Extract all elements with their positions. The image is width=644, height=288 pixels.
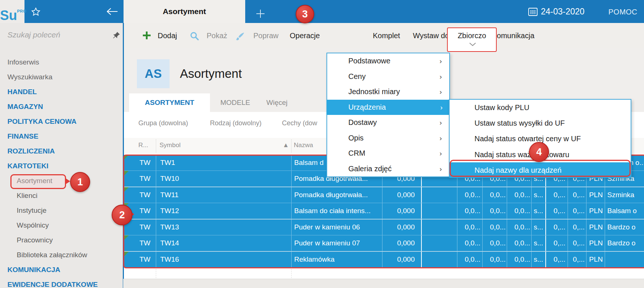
- top-bar: SuPRO Asortyment 24-03-2020 POMOC: [0, 0, 644, 23]
- sidebar-section-finanse[interactable]: FINANSE: [0, 129, 123, 144]
- help-menu[interactable]: POMOC: [608, 8, 637, 16]
- sidebar-item-biblioteka[interactable]: Biblioteka załączników: [0, 248, 123, 262]
- sidebar-item-infoserwis[interactable]: Infoserwis: [0, 55, 123, 70]
- menu-item-galeria-zdjec[interactable]: Galeria zdjęć›: [327, 161, 449, 177]
- menu-item-ceny[interactable]: Ceny›: [327, 69, 449, 85]
- submenu-item-ustaw-kody-plu[interactable]: Ustaw kody PLU: [450, 100, 631, 115]
- row-selected-marker: [124, 187, 129, 192]
- annotation-badge-1: 1: [70, 172, 90, 192]
- sidebar-item-wyszukiwarka[interactable]: Wyszukiwarka: [0, 70, 123, 85]
- sidebar-nav: Infoserwis Wyszukiwarka HANDEL MAGAZYN P…: [0, 55, 123, 288]
- sidebar-section-polityka-cenowa[interactable]: POLITYKA CENOWA: [0, 114, 123, 129]
- communication-menu[interactable]: Komunikacja: [492, 32, 535, 40]
- submenu-arrow-icon: ›: [440, 53, 442, 69]
- annotation-pointer: [66, 178, 70, 184]
- sidebar-item-instytucje[interactable]: Instytucje: [0, 203, 123, 218]
- annotation-badge-2: 2: [112, 205, 132, 225]
- submenu-arrow-icon: ›: [440, 100, 443, 115]
- sidebar-section-handel[interactable]: HANDEL: [0, 85, 123, 99]
- table-footer-strip: [123, 279, 644, 288]
- row-selected-marker: [124, 252, 129, 256]
- chevron-down-icon: [469, 42, 476, 47]
- submenu-item-status-wysylki-uf[interactable]: Ustaw status wysyłki do UF: [450, 115, 631, 131]
- submenu-item-nadaj-nazwy-urzadzen[interactable]: Nadaj nazwy dla urządzeń: [450, 162, 631, 178]
- favorites-star-icon[interactable]: [31, 7, 41, 17]
- application-window: SuPRO Asortyment 24-03-2020 POMOC Szukaj…: [0, 0, 644, 288]
- row-selected-marker: [124, 155, 129, 160]
- submenu-arrow-icon: ›: [440, 115, 442, 130]
- add-plus-icon: [142, 31, 151, 40]
- sidebar-section-rozliczenia[interactable]: ROZLICZENIA: [0, 144, 123, 159]
- sort-ascending-icon[interactable]: ▲: [283, 142, 289, 149]
- pin-icon[interactable]: [112, 31, 121, 39]
- bulk-menu-label: Zbiorczo: [448, 32, 496, 40]
- edit-button[interactable]: Popraw: [253, 32, 279, 40]
- submenu-arrow-icon: ›: [440, 130, 442, 146]
- column-divider: [156, 269, 156, 278]
- column-divider: [291, 269, 292, 278]
- sidebar-item-asortyment[interactable]: Asortyment: [0, 173, 123, 188]
- menu-item-crm[interactable]: CRM›: [327, 146, 449, 161]
- date-text: 24-03-2020: [541, 7, 585, 17]
- header-column-divider[interactable]: [291, 139, 292, 153]
- search-icon: [190, 32, 199, 40]
- menu-item-opis[interactable]: Opis›: [327, 130, 449, 146]
- add-button[interactable]: Dodaj: [158, 32, 177, 40]
- komplet-menu[interactable]: Komplet: [373, 32, 400, 40]
- tab-wiecej[interactable]: Więcej: [266, 99, 288, 107]
- menu-item-urzadzenia[interactable]: Urządzenia›: [326, 100, 450, 115]
- row-selected-marker: [124, 171, 129, 176]
- app-logo[interactable]: SuPRO: [0, 0, 24, 23]
- urzadzenia-submenu: Ustaw kody PLU Ustaw status wysyłki do U…: [449, 99, 631, 178]
- submenu-arrow-icon: ›: [440, 84, 442, 100]
- sidebar-item-pracownicy[interactable]: Pracownicy: [0, 233, 123, 248]
- sidebar: Szukaj poleceń Infoserwis Wyszukiwarka H…: [0, 23, 123, 288]
- sidebar-item-klienci[interactable]: Klienci: [0, 188, 123, 203]
- empty-table-row: [124, 268, 644, 279]
- sidebar-section-kartoteki[interactable]: KARTOTEKI: [0, 159, 123, 173]
- command-search[interactable]: Szukaj poleceń: [0, 23, 123, 47]
- menu-item-podstawowe[interactable]: Podstawowe›: [327, 53, 449, 69]
- table-row-tw14[interactable]: TW TW14 Puder w kamieniu 07 0,000 0,0...…: [124, 235, 644, 251]
- calendar-icon: [528, 7, 538, 16]
- annotation-badge-3: 3: [296, 5, 314, 23]
- sidebar-section-ewidencje[interactable]: EWIDENCJE DODATKOWE: [0, 277, 123, 288]
- menu-item-jednostki-miary[interactable]: Jednostki miary›: [327, 84, 449, 100]
- submenu-arrow-icon: ›: [440, 146, 442, 161]
- table-row-tw16[interactable]: TW TW16 Reklamówka 0,000 0,0... 0,0... 0…: [124, 252, 644, 268]
- zbiorczo-dropdown-menu: Podstawowe› Ceny› Jednostki miary› Urząd…: [326, 53, 450, 177]
- col-header-nazwa[interactable]: Nazwa: [294, 142, 313, 149]
- table-row-tw13[interactable]: TW TW13 Puder w kamieniu 06 0,000 0,0...…: [124, 219, 644, 235]
- tab-modele[interactable]: MODELE: [220, 99, 250, 107]
- tab-asortyment[interactable]: Asortyment: [124, 0, 245, 23]
- submenu-arrow-icon: ›: [440, 69, 442, 85]
- page-title: Asortyment: [180, 67, 242, 81]
- table-row-tw12[interactable]: TW TW12 Balsam do ciała intens... 0,000 …: [124, 203, 644, 219]
- bulk-menu-zbiorczo[interactable]: Zbiorczo: [447, 27, 497, 52]
- brush-icon: [235, 32, 245, 41]
- header-column-divider[interactable]: [156, 139, 156, 153]
- filter-cechy[interactable]: Cechy (dow: [282, 119, 317, 127]
- filter-rodzaj[interactable]: Rodzaj (dowolny): [210, 119, 262, 127]
- submenu-arrow-icon: ›: [440, 161, 442, 177]
- menu-item-dostawy[interactable]: Dostawy›: [327, 115, 449, 130]
- col-header-r[interactable]: R...: [138, 142, 148, 149]
- toolbar: Dodaj Pokaż Popraw Operacje Zbiorczo Kom…: [124, 23, 644, 48]
- sidebar-section-magazyn[interactable]: MAGAZYN: [0, 99, 123, 114]
- annotation-badge-4: 4: [529, 142, 549, 162]
- session-date[interactable]: 24-03-2020: [528, 7, 585, 17]
- sidebar-item-wspolnicy[interactable]: Wspólnicy: [0, 218, 123, 233]
- search-placeholder: Szukaj poleceń: [7, 30, 60, 39]
- tab-asortyment-list[interactable]: ASORTYMENT: [129, 93, 210, 112]
- filter-grupa[interactable]: Grupa (dowolna): [138, 119, 188, 127]
- table-row-tw11[interactable]: TW TW11 Pomadka długotrwała... 0,000 0,0…: [124, 187, 644, 203]
- sidebar-section-komunikacja[interactable]: KOMUNIKACJA: [0, 262, 123, 277]
- col-header-symbol[interactable]: Symbol: [160, 142, 181, 149]
- show-button[interactable]: Pokaż: [207, 32, 227, 40]
- module-badge: AS: [137, 59, 170, 88]
- row-selected-marker: [124, 235, 129, 240]
- back-arrow-icon[interactable]: [106, 7, 118, 16]
- new-tab-plus-icon[interactable]: [255, 9, 266, 19]
- operations-menu[interactable]: Operacje: [290, 32, 320, 40]
